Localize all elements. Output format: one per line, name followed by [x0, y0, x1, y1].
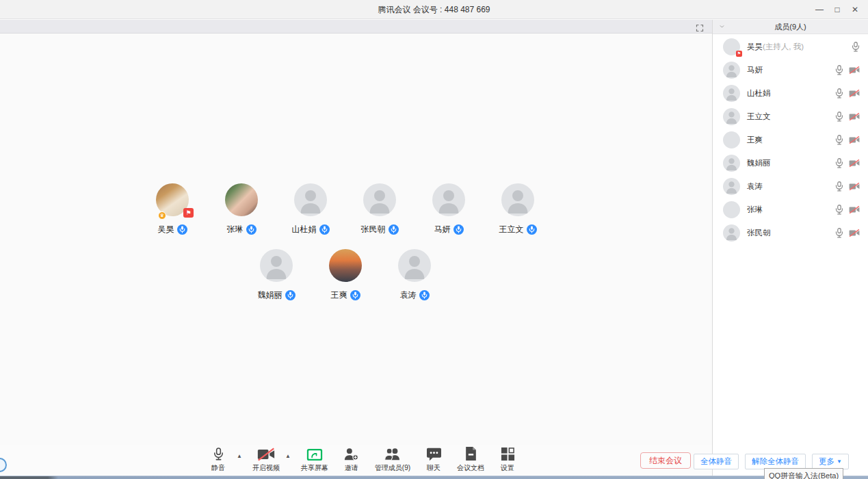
taskbar-edge [0, 476, 868, 479]
participant-tile[interactable]: 山杜娟 [280, 183, 341, 235]
member-mic-icon[interactable] [835, 88, 843, 99]
participant-name-row: 张琳 [227, 224, 257, 235]
member-avatar [723, 62, 740, 79]
participant-tile[interactable]: 张民朝 [349, 183, 410, 235]
window-controls: — □ ✕ [811, 0, 864, 19]
participant-tile[interactable]: 王立文 [487, 183, 549, 235]
toolbar-item-docs[interactable]: 会议文档 [457, 446, 484, 473]
more-button[interactable]: 更多▼ [812, 454, 849, 469]
participant-tile[interactable]: 张琳 [211, 183, 272, 235]
toolbar-item-video-caret[interactable]: ▲ [285, 453, 291, 459]
mic-on-badge[interactable] [527, 224, 537, 235]
toolbar-item-label: 管理成员(9) [375, 463, 410, 473]
member-avatar [723, 85, 740, 102]
member-row[interactable]: ⚑ 吴昊 (主持人, 我) [713, 35, 868, 58]
more-button-label: 更多 [819, 456, 834, 467]
member-row[interactable]: 王立文 [713, 105, 868, 128]
toolbar-items: 静音 ▲ 开启视频 ▲ 共享屏幕 邀请 管理成员(9) 聊天 会议文档 设置 [205, 446, 521, 473]
member-mic-icon[interactable] [835, 205, 843, 215]
member-row[interactable]: 王爽 [713, 128, 868, 151]
fullscreen-icon[interactable] [696, 23, 704, 31]
member-mic-icon[interactable] [835, 65, 843, 75]
toolbar-item-settings[interactable]: 设置 [495, 446, 521, 473]
member-mic-icon[interactable] [835, 181, 843, 192]
member-name: 王爽 [747, 135, 763, 145]
member-avatar [723, 178, 740, 195]
mic-on-badge[interactable] [319, 224, 330, 235]
member-camera-off-icon[interactable] [849, 159, 860, 168]
member-row[interactable]: 山杜娟 [713, 81, 868, 105]
mic-on-badge[interactable] [246, 224, 257, 235]
host-flag-badge: ⚑ [183, 208, 194, 218]
member-camera-off-icon[interactable] [849, 66, 860, 75]
participant-avatar [294, 183, 327, 216]
participant-tile[interactable]: 魏娟丽 [246, 249, 307, 301]
mic-on-badge[interactable] [419, 290, 430, 300]
toolbar: 静音 ▲ 开启视频 ▲ 共享屏幕 邀请 管理成员(9) 聊天 会议文档 设置 结… [0, 445, 712, 476]
participant-name: 王立文 [499, 224, 524, 235]
unmute-all-button[interactable]: 解除全体静音 [745, 454, 806, 469]
member-camera-off-icon[interactable] [849, 229, 860, 237]
member-mic-icon[interactable] [835, 112, 843, 122]
toolbar-item-mute-caret[interactable]: ▲ [237, 453, 242, 459]
member-name: 张琳 [747, 205, 763, 215]
participant-name-row: 山杜娟 [292, 224, 330, 235]
participant-tile[interactable]: 袁涛 [384, 249, 445, 301]
participant-avatar [363, 183, 396, 216]
member-mic-icon[interactable] [835, 135, 843, 145]
mic-on-badge[interactable] [177, 224, 187, 235]
toolbar-item-members[interactable]: 管理成员(9) [375, 446, 410, 473]
member-av-controls [835, 65, 860, 75]
mic-on-badge[interactable] [453, 224, 464, 235]
member-camera-off-icon[interactable] [849, 182, 860, 191]
member-mic-icon[interactable] [835, 158, 843, 168]
mic-on-badge[interactable] [350, 290, 360, 300]
member-list: ⚑ 吴昊 (主持人, 我) 马妍 山杜娟 [713, 35, 868, 444]
participant-avatar [501, 183, 534, 216]
close-button[interactable]: ✕ [846, 5, 864, 14]
members-title: 成员(9人) [774, 23, 806, 31]
mic-on-badge[interactable] [285, 290, 295, 300]
participant-tile[interactable]: 马妍 [418, 183, 479, 235]
member-camera-off-icon[interactable] [849, 112, 860, 121]
toolbar-item-share[interactable]: 共享屏幕 [301, 446, 328, 473]
member-name: 马妍 [747, 65, 763, 75]
member-mic-icon[interactable] [852, 42, 860, 52]
member-row[interactable]: 张琳 [713, 198, 868, 221]
member-avatar: ⚑ [723, 38, 740, 55]
member-mic-icon[interactable] [835, 228, 843, 238]
participant-tile[interactable]: ♛⚑ 吴昊 [142, 183, 203, 235]
member-avatar [723, 131, 740, 148]
participant-avatar [225, 183, 258, 216]
member-camera-off-icon[interactable] [849, 205, 860, 214]
maximize-button[interactable]: □ [828, 5, 846, 14]
participant-avatar [329, 249, 362, 282]
minimize-button[interactable]: — [811, 5, 828, 14]
member-row[interactable]: 马妍 [713, 58, 868, 81]
participant-tile[interactable]: 王爽 [315, 249, 376, 301]
members-footer: 全体静音 解除全体静音 更多▼ [694, 454, 849, 469]
end-meeting-button[interactable]: 结束会议 [640, 452, 691, 469]
video-icon [257, 446, 275, 461]
toolbar-item-invite[interactable]: 邀请 [339, 446, 365, 473]
meeting-title: 腾讯会议 会议号 : 448 487 669 [0, 0, 868, 19]
collapse-chevron-icon[interactable] [719, 23, 725, 29]
invite-icon [343, 446, 359, 461]
toolbar-item-video[interactable]: 开启视频 [252, 446, 280, 473]
member-camera-off-icon[interactable] [849, 135, 860, 144]
mute-all-button[interactable]: 全体静音 [694, 454, 739, 469]
member-name: 王立文 [747, 112, 771, 122]
toolbar-item-label: 邀请 [345, 463, 358, 473]
title-bar: 腾讯会议 会议号 : 448 487 669 — □ ✕ [0, 0, 868, 19]
member-camera-off-icon[interactable] [849, 89, 860, 98]
mic-on-badge[interactable] [389, 224, 399, 235]
member-row[interactable]: 袁涛 [713, 174, 868, 198]
member-name: 张民朝 [747, 228, 771, 238]
member-row[interactable]: 魏娟丽 [713, 151, 868, 174]
member-row[interactable]: 张民朝 [713, 221, 868, 244]
participant-name: 袁涛 [400, 289, 417, 301]
toolbar-item-mute[interactable]: 静音 [205, 446, 231, 473]
participant-name: 张琳 [227, 224, 244, 235]
toolbar-item-chat[interactable]: 聊天 [421, 446, 447, 473]
members-icon [384, 446, 401, 461]
